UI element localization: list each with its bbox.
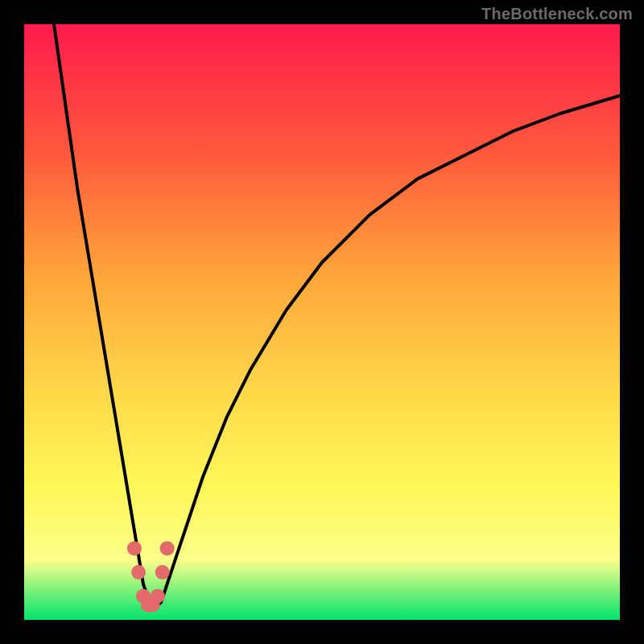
optimal-marker <box>131 565 146 580</box>
bottleneck-plot <box>24 24 620 620</box>
plot-svg <box>24 24 620 620</box>
optimal-marker <box>151 588 165 603</box>
optimal-marker <box>160 541 175 555</box>
frame: TheBottleneck.com <box>0 0 644 644</box>
optimal-marker <box>127 541 142 555</box>
optimal-marker <box>155 565 170 580</box>
gradient-background <box>24 24 620 620</box>
watermark-text: TheBottleneck.com <box>481 5 633 23</box>
